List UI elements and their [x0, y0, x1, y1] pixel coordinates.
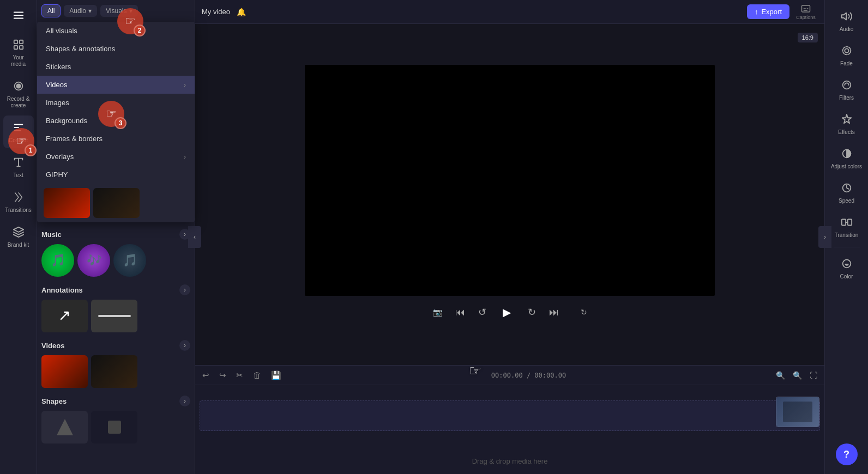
right-item-label: Adjust colors [831, 163, 862, 169]
sidebar-item-text[interactable]: Text [3, 150, 34, 183]
help-button[interactable]: ? [836, 443, 858, 465]
filter-audio-dropdown[interactable]: Audio ▾ [64, 5, 97, 17]
right-item-color[interactable]: Color [829, 252, 865, 284]
right-item-effects[interactable]: Effects [829, 107, 865, 139]
zoom-in-button[interactable]: 🔍 [790, 369, 805, 381]
sidebar-item-label: Record & create [5, 96, 32, 109]
sidebar-item-content[interactable]: Content [3, 116, 34, 148]
loop-button[interactable]: ↻ [578, 306, 589, 319]
export-button[interactable]: ↑ Export [747, 4, 789, 19]
svg-rect-5 [14, 46, 17, 49]
music-thumb-2[interactable]: 🎶 [77, 244, 110, 277]
svg-point-15 [842, 81, 851, 89]
right-item-fade[interactable]: Fade [829, 39, 865, 71]
sidebar-item-brand-kit[interactable]: Brand kit [3, 220, 34, 253]
videos-section-title: Videos [41, 342, 64, 350]
hamburger-menu[interactable] [3, 4, 34, 26]
play-button[interactable]: ▶ [497, 302, 517, 322]
filter-all-button[interactable]: All [41, 4, 61, 17]
sidebar-item-your-media[interactable]: Your media [3, 33, 34, 72]
right-item-audio[interactable]: Audio [829, 4, 865, 37]
svg-rect-6 [19, 46, 22, 49]
shapes-more-button[interactable]: › [179, 396, 190, 406]
audio-icon [839, 9, 854, 24]
dropdown-item-videos[interactable]: Videos › [37, 76, 195, 94]
zoom-out-button[interactable]: 🔍 [773, 369, 788, 381]
skip-back-button[interactable]: ⏮ [453, 305, 467, 320]
filter-visuals-dropdown[interactable]: Visuals ▾ [100, 5, 137, 17]
video-thumb-2[interactable] [91, 355, 137, 388]
aspect-ratio-button[interactable]: 16:9 [798, 33, 818, 42]
camera-icon: 📷 [431, 306, 444, 319]
cut-button[interactable]: ✂ [233, 369, 246, 382]
left-sidebar: Your media Record & create Content Text … [0, 0, 37, 474]
dropdown-item-images[interactable]: Images [37, 94, 195, 112]
video-thumb-1[interactable] [41, 355, 88, 388]
preview-canvas [305, 65, 715, 296]
collapse-panel-button[interactable]: ‹ [188, 226, 201, 248]
videos-more-button[interactable]: › [179, 340, 190, 351]
video-title: My video [202, 8, 230, 16]
right-item-label: Filters [839, 95, 854, 101]
filter-bar: All Audio ▾ Visuals ▾ [37, 0, 195, 22]
transitions-icon [11, 190, 26, 205]
svg-rect-19 [847, 220, 851, 226]
captions-icon [801, 4, 811, 14]
right-item-label: Fade [840, 60, 853, 66]
preview-controls: 📷 ⏮ ↺ ▶ ↻ ⏭ ↻ [431, 300, 589, 324]
chevron-right-icon: › [184, 153, 186, 161]
skip-forward-button[interactable]: ⏭ [547, 305, 561, 320]
collapse-right-button[interactable]: › [818, 226, 831, 248]
right-item-filters[interactable]: Filters [829, 73, 865, 105]
save-button[interactable]: 💾 [268, 369, 284, 382]
thumbnail-video-preview2[interactable] [93, 188, 140, 218]
timeline-timecode: 00:00.00 / 00:00.00 [288, 372, 769, 379]
sidebar-item-label: Content [9, 137, 28, 144]
timeline-content[interactable]: Drag & drop media here [195, 385, 824, 474]
shape-thumb-1[interactable] [41, 411, 88, 443]
dropdown-item-frames-borders[interactable]: Frames & borders [37, 130, 195, 148]
timeline-area: ↩ ↪ ✂ 🗑 💾 00:00.00 / 00:00.00 🔍 🔍 ⛶ [195, 365, 824, 474]
annotations-section-title: Annotations [41, 286, 83, 294]
captions-button[interactable]: Captions [794, 1, 818, 23]
delete-button[interactable]: 🗑 [250, 369, 264, 381]
effects-icon [839, 112, 854, 127]
fit-button[interactable]: ⛶ [807, 369, 820, 381]
content-scroll-area[interactable]: All content Music › 🎵 🎶 🎵 Annotations › … [37, 208, 195, 474]
right-item-adjust-colors[interactable]: Adjust colors [829, 142, 865, 174]
dropdown-item-all-visuals[interactable]: All visuals [37, 22, 195, 40]
bell-icon[interactable]: 🔔 [237, 8, 246, 16]
svg-point-14 [845, 48, 848, 52]
redo-button[interactable]: ↪ [216, 369, 229, 382]
timeline-clip[interactable] [776, 397, 819, 427]
music-section-header: Music › [41, 229, 190, 240]
dropdown-item-shapes-annotations[interactable]: Shapes & annotations [37, 40, 195, 58]
dropdown-item-backgrounds[interactable]: Backgrounds [37, 112, 195, 130]
music-thumb-3[interactable]: 🎵 [113, 244, 146, 277]
undo-button[interactable]: ↩ [200, 369, 212, 382]
dropdown-item-overlays[interactable]: Overlays › [37, 148, 195, 166]
speed-icon [839, 180, 854, 196]
app-header: My video 🔔 ↑ Export Captions [195, 0, 824, 24]
timeline-toolbar: ↩ ↪ ✂ 🗑 💾 00:00.00 / 00:00.00 🔍 🔍 ⛶ [195, 366, 824, 385]
rewind-button[interactable]: ↺ [476, 304, 489, 320]
timeline-zoom-controls: 🔍 🔍 ⛶ [773, 369, 820, 381]
dropdown-item-giphy[interactable]: GIPHY [37, 166, 195, 184]
svg-point-8 [16, 84, 20, 88]
annotation-thumb-1[interactable]: ↙ [41, 300, 88, 332]
music-thumb-1[interactable]: 🎵 [41, 244, 74, 277]
forward-button[interactable]: ↻ [526, 304, 538, 320]
right-sidebar: › Audio Fade Filters Effects Adjust colo… [824, 0, 868, 474]
sidebar-item-transitions[interactable]: Transitions [3, 185, 34, 218]
right-item-speed[interactable]: Speed [829, 176, 865, 208]
text-icon [11, 155, 26, 170]
shape-thumb-2[interactable] [91, 411, 137, 443]
filters-icon [839, 77, 854, 93]
thumbnail-video-preview[interactable] [44, 188, 90, 218]
content-panel: All Audio ▾ Visuals ▾ All visuals Shapes… [37, 0, 195, 474]
annotation-thumb-2[interactable] [91, 300, 137, 332]
sidebar-item-record-create[interactable]: Record & create [3, 74, 34, 113]
annotations-more-button[interactable]: › [179, 284, 190, 295]
dropdown-item-stickers[interactable]: Stickers [37, 58, 195, 76]
right-item-transition[interactable]: Transition [829, 210, 865, 242]
